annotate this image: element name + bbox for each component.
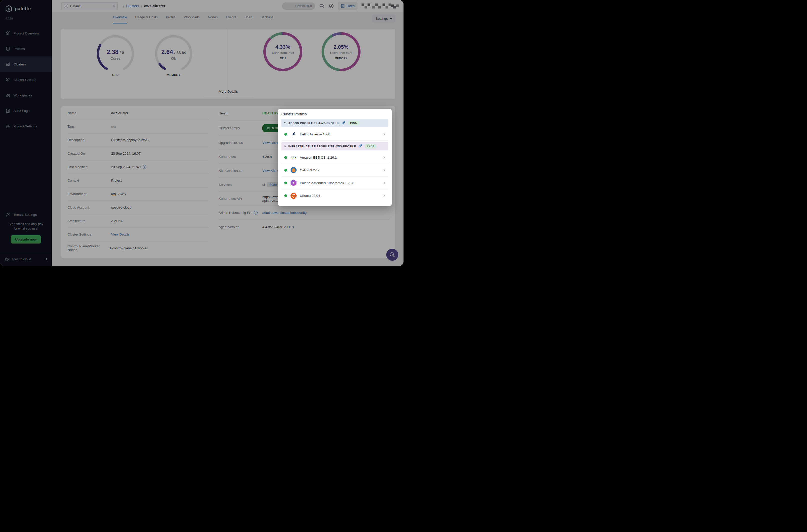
pack-status-dot xyxy=(284,182,287,184)
chevron-down-icon xyxy=(284,145,286,147)
chevron-right-icon xyxy=(383,133,385,135)
pack-status-dot xyxy=(284,156,287,159)
pack-row-ubuntu[interactable]: Ubuntu 22.04 xyxy=(281,189,388,202)
app-window: p palette 4.4.19 Project Overview Profil… xyxy=(0,0,404,266)
link-icon[interactable] xyxy=(358,144,362,149)
link-icon[interactable] xyxy=(342,121,345,126)
pack-row-palette-extended-kubernetes[interactable]: * Palette eXtended Kubernetes 1.29.8 xyxy=(281,176,388,189)
chevron-down-icon xyxy=(284,122,286,124)
cluster-profiles-popup: Cluster Profiles ADDON PROFILE TF-AWS-PR… xyxy=(278,109,392,206)
aws-icon: aws xyxy=(290,154,297,160)
infrastructure-profile-header[interactable]: INFRASTRUCTURE PROFILE TF-AWS-PROFILE PR… xyxy=(281,142,388,150)
pack-row-amazon-ebs-csi[interactable]: aws Amazon EBS CSI 1.26.1 xyxy=(281,151,388,164)
pack-row-hello-universe[interactable]: Hello Universe 1.2.0 xyxy=(281,128,388,140)
rocket-icon xyxy=(290,131,297,137)
palette-pack-icon: * xyxy=(290,180,297,186)
chevron-right-icon xyxy=(383,194,385,197)
proj-scope-badge: PROJ xyxy=(364,144,376,149)
addon-profile-header[interactable]: ADDON PROFILE TF-AWS-PROFILE PROJ xyxy=(281,119,388,127)
ubuntu-icon xyxy=(290,193,297,199)
pack-status-dot xyxy=(284,194,287,197)
popup-title: Cluster Profiles xyxy=(281,112,388,116)
pack-status-dot xyxy=(284,169,287,172)
chevron-right-icon xyxy=(383,156,385,158)
pack-row-calico[interactable]: Calico 3.27.2 xyxy=(281,164,388,176)
chevron-right-icon xyxy=(383,169,385,171)
chevron-right-icon xyxy=(383,182,385,184)
calico-icon xyxy=(290,167,297,173)
proj-scope-badge: PROJ xyxy=(348,121,360,126)
pack-status-dot xyxy=(284,133,287,136)
